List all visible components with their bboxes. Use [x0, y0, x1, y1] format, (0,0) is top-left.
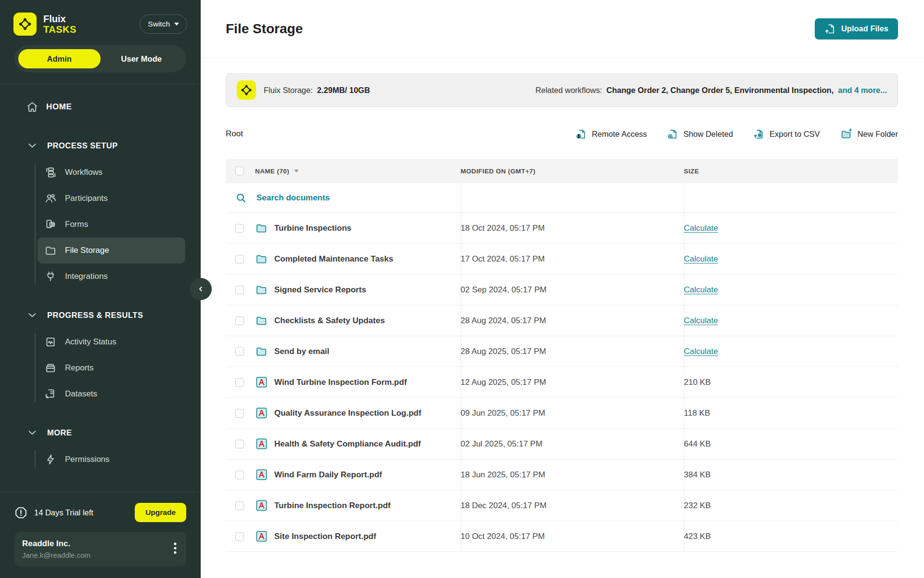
- chevron-down-icon: [174, 23, 179, 26]
- file-name[interactable]: Send by email: [274, 347, 329, 356]
- admin-mode-tab[interactable]: Admin: [18, 49, 101, 68]
- sidebar-item-integrations[interactable]: Integrations: [38, 263, 185, 289]
- table-body: Turbine Inspections 18 Oct 2024, 05:17 P…: [226, 213, 898, 552]
- row-checkbox[interactable]: [235, 347, 244, 356]
- upload-icon: [824, 23, 836, 35]
- datasets-icon: [44, 388, 57, 400]
- row-checkbox[interactable]: [235, 286, 244, 294]
- table-row[interactable]: Turbine Inspections 18 Oct 2024, 05:17 P…: [226, 213, 898, 244]
- file-name[interactable]: Completed Maintenance Tasks: [274, 254, 393, 264]
- table-row[interactable]: Completed Maintenance Tasks 17 Oct 2024,…: [226, 244, 898, 275]
- row-checkbox[interactable]: [235, 440, 244, 448]
- file-name[interactable]: Wind Turbine Inspection Form.pdf: [274, 378, 407, 387]
- account-menu-icon[interactable]: [172, 540, 179, 558]
- modified-date: 17 Oct 2024, 05:17 PM: [461, 254, 684, 264]
- modified-date: 28 Aug 2024, 05:17 PM: [461, 316, 684, 326]
- table-row[interactable]: Site Inspection Report.pdf 10 Oct 2024, …: [226, 521, 898, 552]
- trial-text: 14 Days Trial left: [34, 508, 93, 517]
- sidebar-item-forms[interactable]: Forms: [38, 211, 185, 237]
- calculate-size-link[interactable]: Calculate: [684, 285, 898, 295]
- calculate-size-link[interactable]: Calculate: [684, 316, 898, 326]
- folder-icon: [255, 345, 268, 358]
- permissions-icon: [44, 453, 57, 466]
- table-row[interactable]: Send by email 28 Aug 2025, 05:17 PM Calc…: [226, 336, 898, 367]
- section-header-more[interactable]: MORE: [0, 421, 201, 444]
- sidebar-item-reports[interactable]: Reports: [38, 355, 185, 381]
- file-size: 423 KB: [684, 532, 898, 541]
- file-name[interactable]: Quality Assurance Inspection Log.pdf: [274, 408, 421, 418]
- search-icon: [235, 192, 247, 204]
- calculate-size-link[interactable]: Calculate: [684, 223, 898, 233]
- page-header: File Storage Upload Files: [201, 0, 924, 58]
- account-card[interactable]: Readdle Inc. Jane.k@readdle.com: [14, 532, 186, 566]
- file-size: 384 KB: [684, 470, 898, 480]
- upgrade-button[interactable]: Upgrade: [135, 503, 186, 522]
- remote-access-button[interactable]: Remote Access: [576, 129, 647, 140]
- pdf-file-icon: [255, 468, 268, 481]
- row-checkbox[interactable]: [235, 255, 244, 263]
- table-row[interactable]: Wind Turbine Inspection Form.pdf 12 Aug …: [226, 367, 898, 398]
- search-input[interactable]: Search documents: [257, 193, 330, 203]
- sidebar-item-file-storage[interactable]: File Storage: [38, 237, 185, 263]
- switch-button[interactable]: Switch: [140, 14, 187, 34]
- workflows-more-link[interactable]: and 4 more...: [838, 86, 887, 95]
- export-csv-button[interactable]: Export to CSV: [753, 129, 820, 140]
- account-email: Jane.k@readdle.com: [22, 551, 90, 559]
- row-checkbox[interactable]: [235, 501, 244, 510]
- sidebar-item-participants[interactable]: Participants: [38, 185, 185, 211]
- table-row[interactable]: Signed Service Reports 02 Sep 2024, 05:1…: [226, 275, 898, 305]
- new-folder-button[interactable]: New Folder: [840, 128, 898, 140]
- export-csv-label: Export to CSV: [770, 130, 820, 139]
- item-label: Workflows: [65, 168, 103, 177]
- breadcrumb[interactable]: Root: [226, 129, 243, 139]
- row-checkbox[interactable]: [235, 409, 244, 418]
- file-name[interactable]: Signed Service Reports: [274, 285, 366, 295]
- file-name[interactable]: Turbine Inspection Report.pdf: [274, 501, 390, 511]
- row-checkbox[interactable]: [235, 532, 244, 541]
- workflows-icon: [44, 166, 57, 179]
- sort-caret-icon[interactable]: [294, 170, 299, 172]
- table-row[interactable]: Checklists & Safety Updates 28 Aug 2024,…: [226, 305, 898, 336]
- account-info: Readdle Inc. Jane.k@readdle.com: [22, 539, 90, 559]
- pdf-file-icon: [255, 376, 268, 389]
- calculate-size-link[interactable]: Calculate: [684, 347, 898, 356]
- section-header-process-setup[interactable]: PROCESS SETUP: [0, 134, 201, 157]
- file-name[interactable]: Wind Farm Daily Report.pdf: [274, 470, 382, 480]
- table-row[interactable]: Turbine Inspection Report.pdf 18 Dec 202…: [226, 490, 898, 521]
- sidebar-item-home[interactable]: HOME: [0, 94, 201, 120]
- file-name[interactable]: Site Inspection Report.pdf: [274, 532, 376, 541]
- show-deleted-button[interactable]: Show Deleted: [667, 129, 733, 140]
- sidebar-collapse-button[interactable]: [190, 278, 212, 300]
- row-checkbox[interactable]: [235, 316, 244, 325]
- item-label: Activity Status: [65, 337, 116, 347]
- section-header-progress-results[interactable]: PROGRESS & RESULTS: [0, 304, 201, 326]
- row-checkbox[interactable]: [235, 224, 244, 233]
- new-folder-label: New Folder: [858, 130, 898, 139]
- select-all-checkbox[interactable]: [235, 167, 244, 175]
- related-workflows-names: Change Order 2, Change Order 5, Environm…: [606, 86, 834, 95]
- file-name[interactable]: Checklists & Safety Updates: [274, 316, 385, 326]
- modified-date: 02 Jul 2025, 05:17 PM: [461, 439, 684, 449]
- section-more: MORE Permissions: [0, 421, 201, 473]
- section-process-setup: PROCESS SETUP Workflows Participants: [0, 134, 201, 289]
- row-checkbox[interactable]: [235, 378, 244, 387]
- file-name[interactable]: Health & Safety Compliance Audit.pdf: [274, 439, 421, 449]
- calculate-size-link[interactable]: Calculate: [684, 254, 898, 264]
- alert-octagon-icon: [14, 506, 27, 519]
- sidebar-item-permissions[interactable]: Permissions: [38, 447, 185, 473]
- sidebar-item-activity-status[interactable]: Activity Status: [38, 329, 185, 355]
- row-checkbox[interactable]: [235, 471, 244, 479]
- sidebar-item-workflows[interactable]: Workflows: [38, 159, 185, 185]
- file-name[interactable]: Turbine Inspections: [274, 223, 351, 233]
- modified-date: 18 Jun 2025, 05:17 PM: [461, 470, 684, 480]
- upload-files-button[interactable]: Upload Files: [815, 18, 898, 39]
- pdf-file-icon: [255, 437, 268, 450]
- table-row[interactable]: Quality Assurance Inspection Log.pdf 09 …: [226, 398, 898, 429]
- sidebar-item-datasets[interactable]: Datasets: [38, 381, 185, 407]
- item-label: Reports: [65, 363, 94, 373]
- user-mode-tab[interactable]: User Mode: [101, 49, 183, 68]
- table-row[interactable]: Health & Safety Compliance Audit.pdf 02 …: [226, 429, 898, 460]
- item-label: Integrations: [65, 272, 108, 281]
- table-row[interactable]: Wind Farm Daily Report.pdf 18 Jun 2025, …: [226, 460, 898, 490]
- chevron-left-icon: [196, 284, 205, 294]
